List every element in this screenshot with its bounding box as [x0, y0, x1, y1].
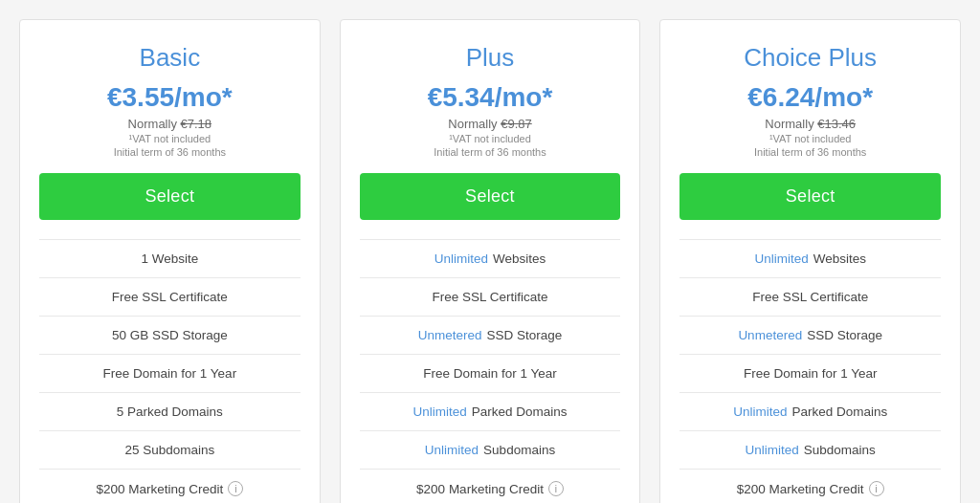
plan-normal-price-plus: Normally €9.87 [360, 117, 621, 131]
feature-text: SSD Storage [487, 328, 563, 342]
plans-container: Basic€3.55/mo*Normally €7.18¹VAT not inc… [19, 19, 961, 503]
plan-title-plus: Plus [360, 43, 621, 73]
feature-item: 25 Subdomains [39, 431, 301, 470]
features-list-plus: Unlimited WebsitesFree SSL CertificateUn… [360, 239, 621, 503]
plan-card-choice-plus: Choice Plus€6.24/mo*Normally €13.46¹VAT … [659, 19, 961, 503]
feature-item: 5 Parked Domains [39, 393, 301, 431]
select-button-plus[interactable]: Select [360, 173, 621, 220]
feature-text: 50 GB SSD Storage [112, 328, 228, 342]
feature-item: 1 Website [39, 240, 301, 278]
feature-text: 1 Website [141, 252, 198, 266]
plan-title-basic: Basic [39, 43, 301, 73]
plan-title-choice-plus: Choice Plus [679, 43, 941, 73]
feature-text: Parked Domains [472, 405, 568, 419]
feature-item: $200 Marketing Crediti [679, 470, 941, 503]
plan-term-plus: Initial term of 36 months [360, 146, 621, 158]
feature-item: Unlimited Parked Domains [360, 393, 621, 431]
feature-item: Unlimited Subdomains [679, 431, 941, 470]
feature-text: $200 Marketing Credit [416, 482, 544, 496]
plan-price-plus: €5.34/mo* [360, 82, 621, 113]
feature-text: SSD Storage [807, 328, 882, 342]
select-button-choice-plus[interactable]: Select [679, 173, 941, 220]
plan-vat-basic: ¹VAT not included [39, 133, 301, 144]
feature-text: Free SSL Certificate [752, 290, 868, 304]
plan-card-basic: Basic€3.55/mo*Normally €7.18¹VAT not inc… [19, 19, 321, 503]
feature-highlight-word: Unlimited [746, 443, 799, 457]
plan-card-plus: Plus€5.34/mo*Normally €9.87¹VAT not incl… [340, 19, 641, 503]
feature-item: Unmetered SSD Storage [360, 317, 621, 355]
plan-vat-choice-plus: ¹VAT not included [679, 133, 941, 144]
feature-text: 25 Subdomains [124, 443, 214, 457]
feature-item: $200 Marketing Crediti [39, 470, 301, 503]
feature-text: Websites [813, 252, 866, 266]
plan-normal-price-choice-plus: Normally €13.46 [679, 117, 941, 131]
feature-text: Parked Domains [791, 405, 887, 419]
feature-text: $200 Marketing Credit [96, 482, 223, 496]
feature-item: Free SSL Certificate [39, 278, 301, 317]
feature-text: Subdomains [483, 443, 555, 457]
feature-text: $200 Marketing Credit [737, 482, 864, 496]
feature-text: Free Domain for 1 Year [103, 366, 237, 381]
feature-item: Unlimited Parked Domains [679, 393, 941, 431]
feature-item: Free Domain for 1 Year [39, 355, 301, 393]
feature-item: Unlimited Websites [360, 240, 621, 278]
feature-text: Free Domain for 1 Year [423, 366, 557, 381]
plan-price-basic: €3.55/mo* [39, 82, 301, 113]
feature-item: Unlimited Subdomains [360, 431, 621, 470]
feature-item: Free Domain for 1 Year [360, 355, 621, 393]
select-button-basic[interactable]: Select [39, 173, 301, 220]
feature-highlight-word: Unlimited [412, 405, 466, 419]
features-list-choice-plus: Unlimited WebsitesFree SSL CertificateUn… [679, 239, 941, 503]
feature-text: Free Domain for 1 Year [744, 366, 878, 381]
feature-highlight-word: Unlimited [733, 405, 787, 419]
feature-item: Free SSL Certificate [679, 278, 941, 317]
feature-highlight-word: Unlimited [434, 252, 488, 266]
feature-highlight-word: Unlimited [754, 252, 808, 266]
feature-item: Unlimited Websites [679, 240, 941, 278]
feature-highlight-word: Unmetered [418, 328, 482, 342]
plan-normal-price-basic: Normally €7.18 [39, 117, 301, 131]
info-icon[interactable]: i [228, 481, 243, 496]
feature-highlight-word: Unmetered [738, 328, 802, 342]
feature-item: $200 Marketing Crediti [360, 470, 621, 503]
info-icon[interactable]: i [548, 481, 564, 496]
plan-price-choice-plus: €6.24/mo* [679, 82, 941, 113]
feature-item: Free Domain for 1 Year [679, 355, 941, 393]
feature-item: Free SSL Certificate [360, 278, 621, 317]
feature-highlight-word: Unlimited [425, 443, 479, 457]
plan-vat-plus: ¹VAT not included [360, 133, 621, 144]
feature-text: Free SSL Certificate [112, 290, 228, 304]
feature-text: Subdomains [804, 443, 876, 457]
plan-term-basic: Initial term of 36 months [39, 146, 301, 158]
features-list-basic: 1 WebsiteFree SSL Certificate50 GB SSD S… [39, 239, 301, 503]
plan-term-choice-plus: Initial term of 36 months [679, 146, 941, 158]
feature-text: Websites [493, 252, 546, 266]
feature-item: Unmetered SSD Storage [679, 317, 941, 355]
feature-item: 50 GB SSD Storage [39, 317, 301, 355]
info-icon[interactable]: i [869, 481, 884, 496]
feature-text: 5 Parked Domains [117, 405, 223, 419]
feature-text: Free SSL Certificate [432, 290, 547, 304]
